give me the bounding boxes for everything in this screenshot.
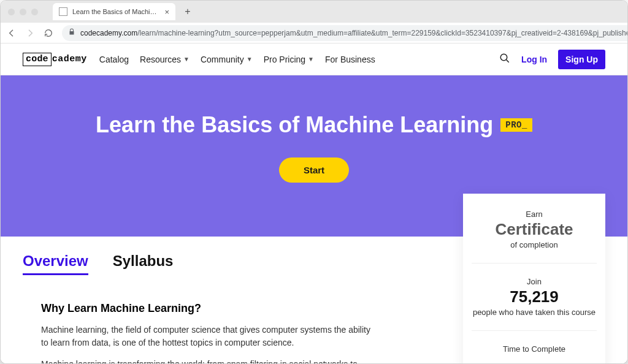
hero-title: Learn the Basics of Machine Learning (96, 112, 493, 138)
reload-icon[interactable] (44, 28, 53, 38)
svg-point-3 (500, 54, 507, 61)
traffic-light-close[interactable] (8, 9, 15, 15)
tab-title: Learn the Basics of Machine Le (72, 8, 159, 15)
sidebar-time: Time to Complete (472, 342, 597, 364)
section-paragraph: Machine learning is transforming the wor… (41, 358, 372, 364)
browser-tab[interactable]: Learn the Basics of Machine Le × (53, 3, 175, 20)
hero-title-row: Learn the Basics of Machine Learning PRO… (96, 112, 532, 138)
tab-overview[interactable]: Overview (23, 252, 88, 275)
section-heading: Why Learn Machine Learning? (41, 302, 372, 315)
nav-for-business[interactable]: For Business (325, 55, 375, 64)
signup-button[interactable]: Sign Up (558, 50, 605, 69)
nav-catalog[interactable]: Catalog (99, 55, 129, 64)
browser-window: Learn the Basics of Machine Le × + codec… (0, 0, 628, 364)
login-link[interactable]: Log In (521, 55, 547, 64)
logo-boxed: code (23, 53, 52, 66)
chevron-down-icon: ▼ (183, 56, 190, 63)
nav-community[interactable]: Community▼ (201, 55, 253, 64)
nav-right: Log In Sign Up (499, 50, 605, 69)
tab-syllabus[interactable]: Syllabus (113, 252, 174, 275)
traffic-light-minimize[interactable] (20, 9, 26, 15)
logo-rest: cademy (52, 54, 87, 64)
time-label: Time to Complete (472, 344, 597, 354)
sidebar-join: Join 75,219 people who have taken this c… (472, 275, 597, 331)
nav-pro-pricing[interactable]: Pro Pricing▼ (264, 55, 314, 64)
site-nav: codecademy Catalog Resources▼ Community▼… (1, 44, 627, 75)
search-icon[interactable] (499, 53, 510, 66)
logo[interactable]: codecademy (23, 53, 87, 66)
join-label: Join (472, 277, 597, 286)
chevron-down-icon: ▼ (308, 56, 314, 63)
chevron-down-icon: ▼ (247, 56, 253, 63)
url-text: codecademy.com/learn/machine-learning?ut… (80, 29, 628, 37)
start-button[interactable]: Start (279, 157, 349, 183)
back-icon[interactable] (7, 28, 17, 38)
earn-sub: of completion (472, 240, 597, 249)
section-paragraph: Machine learning, the field of computer … (41, 324, 372, 349)
course-sidebar: Earn Certificate of completion Join 75,2… (463, 194, 605, 364)
earn-label: Earn (472, 210, 597, 219)
join-count: 75,219 (472, 287, 597, 306)
sidebar-earn: Earn Certificate of completion (472, 207, 597, 264)
page: codecademy Catalog Resources▼ Community▼… (1, 44, 627, 364)
tab-favicon (59, 7, 67, 16)
close-icon[interactable]: × (164, 7, 169, 17)
join-sub: people who have taken this course (472, 308, 597, 317)
forward-icon[interactable] (25, 28, 35, 38)
nav-resources[interactable]: Resources▼ (140, 55, 190, 64)
lock-icon (68, 28, 75, 37)
nav-items: Catalog Resources▼ Community▼ Pro Pricin… (99, 55, 375, 64)
browser-toolbar: codecademy.com/learn/machine-learning?ut… (1, 23, 627, 44)
new-tab-button[interactable]: + (180, 4, 195, 19)
address-bar[interactable]: codecademy.com/learn/machine-learning?ut… (62, 25, 628, 41)
pro-badge: PRO_ (500, 118, 532, 132)
earn-value: Certificate (472, 220, 597, 239)
overview-section: Why Learn Machine Learning? Machine lear… (41, 302, 372, 364)
traffic-light-zoom[interactable] (31, 9, 38, 15)
browser-tab-bar: Learn the Basics of Machine Le × + (1, 1, 627, 23)
window-controls (8, 9, 38, 15)
content: Overview Syllabus Why Learn Machine Lear… (1, 237, 627, 364)
